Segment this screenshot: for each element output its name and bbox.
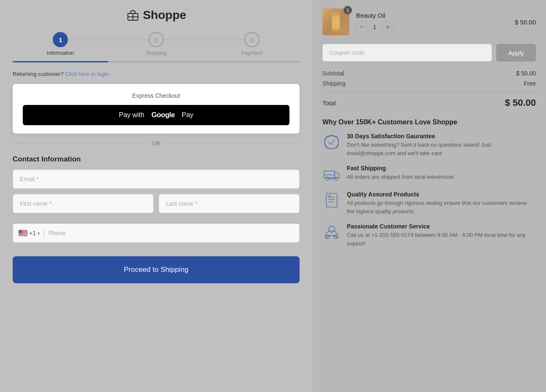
or-divider: OR <box>13 140 300 147</box>
svg-point-6 <box>325 135 339 149</box>
trust-section: Why Over 150K+ Customers Love Shoppe 30 … <box>322 118 536 247</box>
proceed-to-shipping-button[interactable]: Proceed to Shipping <box>13 256 300 283</box>
step-shipping[interactable]: 2 Shipping <box>108 32 204 56</box>
logo-text: Shoppe <box>143 8 187 22</box>
phone-input[interactable] <box>49 224 294 242</box>
svg-rect-5 <box>332 16 339 28</box>
step-underline <box>13 61 300 62</box>
quality-desc: All products go through rigorous testing… <box>347 199 536 215</box>
guarantee-title: 30 Days Satisfaction Gaurantee <box>347 133 536 140</box>
step-information[interactable]: 1 Information <box>13 32 108 56</box>
phone-divider <box>44 228 44 238</box>
total-label: Total <box>322 99 336 107</box>
totals-divider <box>322 92 536 92</box>
first-name-field[interactable] <box>13 194 154 213</box>
last-name-field[interactable] <box>159 194 300 213</box>
flag-icon: 🇺🇸 <box>18 228 27 238</box>
total-row: Total $ 50.00 <box>322 97 536 108</box>
totals-section: Subtotal $ 50.00 Shipping Free Total $ 5… <box>322 70 536 108</box>
shipping-title: Fast Shipping <box>347 165 454 172</box>
phone-chevron-icon: ▾ <box>38 231 40 236</box>
svg-point-9 <box>335 177 338 180</box>
quality-icon <box>322 191 341 209</box>
support-desc: Call us at +1-202-555-0174 between 9:00 … <box>347 231 536 247</box>
logo-icon <box>126 8 140 22</box>
subtotal-value: $ 50.00 <box>516 70 536 77</box>
product-item: 1 Beauty Oil − 1 + $ 50.00 × <box>322 8 536 35</box>
qty-value: 1 <box>370 24 379 30</box>
step-3-label: Payment <box>241 50 262 56</box>
product-name: Beauty Oil <box>356 12 515 19</box>
trust-section-title: Why Over 150K+ Customers Love Shoppe <box>322 118 536 126</box>
shipping-row: Shipping Free <box>322 80 536 87</box>
email-field[interactable] <box>13 169 300 189</box>
gpay-pay-text: Pay with <box>119 111 144 119</box>
total-value: $ 50.00 <box>505 97 536 108</box>
qty-decrease-button[interactable]: − <box>356 21 367 32</box>
login-link[interactable]: Click here to login <box>65 71 108 77</box>
product-image-wrap: 1 <box>322 8 349 35</box>
express-checkout-card: Express Checkout Pay with Google Pay <box>13 84 300 134</box>
logo-area: Shoppe <box>13 8 300 22</box>
trust-item-support: Passionate Customer Service Call us at +… <box>322 223 536 247</box>
trust-item-guarantee: 30 Days Satisfaction Gaurantee Don't lik… <box>322 133 536 157</box>
step-2-label: Shipping <box>146 50 167 56</box>
shipping-desc: All orders are shipped from local wareho… <box>347 173 454 181</box>
product-price: $ 50.00 <box>515 19 536 26</box>
product-remove-button[interactable]: × <box>527 28 536 37</box>
product-badge: 1 <box>343 6 352 14</box>
coupon-row: Apply <box>322 44 536 62</box>
right-panel: 1 Beauty Oil − 1 + $ 50.00 × Apply Subto… <box>312 0 546 392</box>
step-1-circle: 1 <box>53 32 68 47</box>
step-payment[interactable]: 3 Payment <box>204 32 300 56</box>
support-title: Passionate Customer Service <box>347 223 536 230</box>
svg-rect-3 <box>333 11 338 14</box>
returning-customer-text: Returning customer? Click here to login <box>13 71 300 77</box>
step-1-label: Information <box>47 50 74 56</box>
contact-section-title: Contact Information <box>13 155 300 164</box>
step-2-circle: 2 <box>149 32 164 47</box>
phone-prefix: +1 <box>29 230 36 236</box>
step-3-circle: 3 <box>244 32 259 47</box>
step-underline-inactive <box>108 61 300 62</box>
phone-flag-selector[interactable]: 🇺🇸 +1 ▾ <box>18 228 40 238</box>
support-icon <box>322 223 341 242</box>
phone-row: 🇺🇸 +1 ▾ <box>13 223 300 243</box>
shipping-value: Free <box>524 80 536 87</box>
shipping-icon <box>322 165 341 183</box>
svg-rect-7 <box>324 171 335 178</box>
gpay-suffix: Pay <box>182 111 194 119</box>
trust-item-quality: Quality Assured Products All products go… <box>322 191 536 215</box>
express-checkout-title: Express Checkout <box>23 92 289 99</box>
product-bottle-svg <box>327 11 344 34</box>
apply-coupon-button[interactable]: Apply <box>496 44 536 62</box>
shipping-label: Shipping <box>322 80 346 87</box>
step-underline-active <box>13 61 108 62</box>
trust-item-shipping: Fast Shipping All orders are shipped fro… <box>322 165 536 183</box>
qty-increase-button[interactable]: + <box>382 21 393 32</box>
steps-container: 1 Information 2 Shipping 3 Payment <box>13 32 300 56</box>
google-logo: Google <box>151 111 175 119</box>
subtotal-label: Subtotal <box>322 70 344 77</box>
svg-rect-12 <box>326 193 337 207</box>
gpay-button[interactable]: Pay with Google Pay <box>23 105 289 125</box>
name-row <box>13 194 300 218</box>
guarantee-desc: Don't like something? Sent it back no qu… <box>347 141 536 157</box>
quality-title: Quality Assured Products <box>347 191 536 198</box>
quantity-controls: − 1 + <box>356 21 515 32</box>
subtotal-row: Subtotal $ 50.00 <box>322 70 536 77</box>
coupon-input[interactable] <box>322 44 492 62</box>
logo: Shoppe <box>13 8 300 22</box>
left-panel: Shoppe 1 Information 2 Shipping 3 Paymen… <box>0 0 312 392</box>
svg-point-8 <box>325 177 328 180</box>
guarantee-icon <box>322 133 341 151</box>
